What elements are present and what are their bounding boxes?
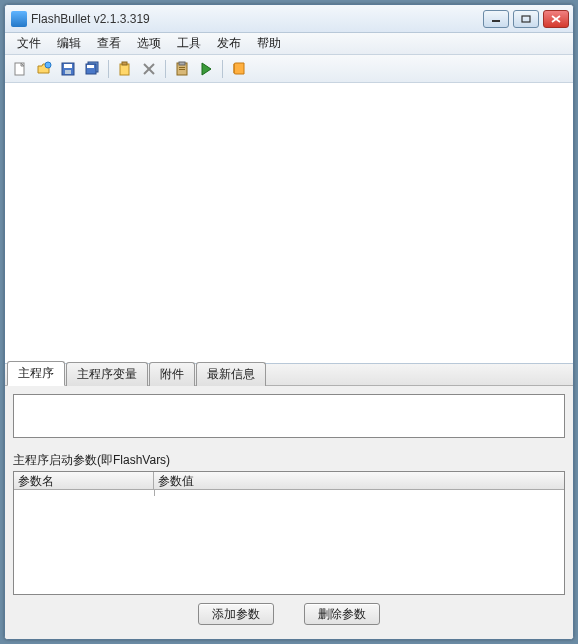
toolbar-delete[interactable]: [138, 58, 160, 80]
clipboard-icon: [174, 61, 190, 77]
svg-rect-13: [122, 62, 127, 65]
window-title: FlashBullet v2.1.3.319: [31, 12, 483, 26]
save-all-icon: [84, 61, 100, 77]
minimize-icon: [491, 15, 501, 23]
close-icon: [551, 15, 561, 23]
tab-latest[interactable]: 最新信息: [196, 362, 266, 386]
svg-rect-17: [179, 62, 185, 65]
workspace-area: [5, 83, 573, 363]
minimize-button[interactable]: [483, 10, 509, 28]
params-grid[interactable]: 参数名 参数值: [13, 471, 565, 595]
svg-rect-8: [65, 70, 71, 74]
svg-rect-19: [179, 69, 185, 70]
add-param-button[interactable]: 添加参数: [198, 603, 274, 625]
new-file-icon: [12, 61, 28, 77]
menu-view[interactable]: 查看: [89, 33, 129, 54]
toolbar-open[interactable]: [33, 58, 55, 80]
paste-icon: [117, 61, 133, 77]
toolbar-separator: [165, 60, 166, 78]
toolbar-help[interactable]: [228, 58, 250, 80]
svg-rect-7: [64, 64, 72, 68]
app-window: FlashBullet v2.1.3.319 文件 编辑 查看 选项 工具 发布…: [4, 4, 574, 640]
delete-param-button[interactable]: 删除参数: [304, 603, 380, 625]
toolbar-saveall[interactable]: [81, 58, 103, 80]
menu-edit[interactable]: 编辑: [49, 33, 89, 54]
app-icon: [11, 11, 27, 27]
svg-point-5: [45, 62, 51, 68]
toolbar-clipboard[interactable]: [171, 58, 193, 80]
grid-body[interactable]: [14, 490, 564, 594]
menu-help[interactable]: 帮助: [249, 33, 289, 54]
toolbar-new[interactable]: [9, 58, 31, 80]
open-folder-icon: [36, 61, 52, 77]
svg-rect-12: [120, 64, 129, 75]
tab-attach[interactable]: 附件: [149, 362, 195, 386]
tab-strip: 主程序 主程序变量 附件 最新信息: [5, 364, 573, 386]
col-param-name[interactable]: 参数名: [14, 472, 154, 490]
col-param-value[interactable]: 参数值: [154, 472, 564, 490]
maximize-icon: [521, 15, 531, 23]
menubar: 文件 编辑 查看 选项 工具 发布 帮助: [5, 33, 573, 55]
toolbar-paste[interactable]: [114, 58, 136, 80]
svg-rect-1: [522, 16, 530, 22]
delete-icon: [141, 61, 157, 77]
toolbar-separator: [108, 60, 109, 78]
toolbar: [5, 55, 573, 83]
menu-file[interactable]: 文件: [9, 33, 49, 54]
tab-vars[interactable]: 主程序变量: [66, 362, 148, 386]
menu-tools[interactable]: 工具: [169, 33, 209, 54]
toolbar-separator: [222, 60, 223, 78]
toolbar-save[interactable]: [57, 58, 79, 80]
maximize-button[interactable]: [513, 10, 539, 28]
toolbar-run[interactable]: [195, 58, 217, 80]
main-path-box[interactable]: [13, 394, 565, 438]
close-button[interactable]: [543, 10, 569, 28]
grid-header: 参数名 参数值: [14, 472, 564, 490]
grid-column-divider: [154, 490, 155, 496]
menu-options[interactable]: 选项: [129, 33, 169, 54]
menu-publish[interactable]: 发布: [209, 33, 249, 54]
lower-panel: 主程序 主程序变量 附件 最新信息 主程序启动参数(即FlashVars) 参数…: [5, 363, 573, 639]
titlebar[interactable]: FlashBullet v2.1.3.319: [5, 5, 573, 33]
button-row: 添加参数 删除参数: [13, 595, 565, 631]
tab-content-main: 主程序启动参数(即FlashVars) 参数名 参数值 添加参数 删除参数: [5, 386, 573, 639]
svg-rect-18: [179, 67, 185, 68]
svg-rect-11: [87, 65, 94, 68]
svg-marker-20: [202, 63, 211, 75]
window-controls: [483, 10, 569, 28]
save-icon: [60, 61, 76, 77]
run-icon: [198, 61, 214, 77]
params-section-label: 主程序启动参数(即FlashVars): [13, 452, 565, 469]
help-book-icon: [231, 61, 247, 77]
tab-main[interactable]: 主程序: [7, 361, 65, 386]
